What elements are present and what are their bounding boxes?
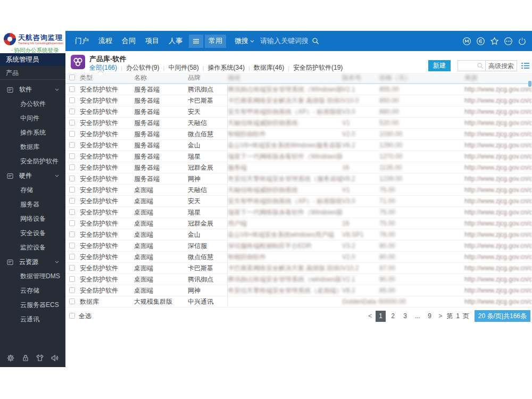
filter-tab-4[interactable]: 操作系统(34) (208, 63, 245, 72)
new-button[interactable]: 新建 (428, 60, 451, 71)
sidebar-item[interactable]: 数据管理DMS (0, 269, 65, 284)
nav-tab-common[interactable]: 常用 (205, 35, 226, 48)
theme-icon[interactable] (36, 354, 44, 362)
checkbox-icon[interactable] (69, 313, 75, 319)
nav-item-4[interactable]: 项目 (140, 31, 164, 51)
speaker-icon[interactable] (51, 354, 59, 362)
sidebar-item[interactable]: 办公软件 (0, 97, 65, 111)
lock-icon[interactable] (21, 354, 30, 362)
row-checkbox[interactable] (69, 254, 75, 260)
page-size-badge[interactable]: 20 条/页|共166条 (475, 310, 530, 322)
table-row[interactable]: 数据库大规模集群版中兴通讯GoldenData v...50000.00http… (65, 296, 532, 307)
current-role[interactable]: 系统管理员 (0, 53, 65, 66)
table-row[interactable]: 安全防护软件桌面端天融信天融信终端威胁防御系统V175.00http://www… (65, 185, 532, 196)
sidebar-item[interactable]: 数据库 (0, 140, 65, 154)
row-checkbox[interactable] (69, 109, 75, 114)
table-row[interactable]: 安全防护软件服务器端腾讯御点腾讯御点终端安全管理系统（Windows版）V2.1… (65, 84, 532, 95)
table-row[interactable]: 安全防护软件桌面端瑞星瑞星下一代网络版杀毒软件（Windows版）桌面端75.0… (65, 207, 532, 218)
sidebar-item[interactable]: 云存储 (0, 284, 65, 298)
table-row[interactable]: 安全防护软件服务器端安天安天智甲终端防御系统（XP）- 标准版组件V3.0880… (65, 106, 532, 118)
table-row[interactable]: 安全防护软件服务器端微点佰慧智能防御软件V2.01030.00http://ww… (65, 129, 532, 140)
filter-tab-3[interactable]: 中间件(58) (168, 63, 198, 72)
sidebar-group-2[interactable]: 硬件 (0, 169, 65, 183)
header-checkbox[interactable] (69, 74, 75, 80)
page-button-9[interactable]: 9 (425, 311, 435, 322)
advanced-search-button[interactable]: 高级搜索 (485, 60, 517, 71)
row-checkbox[interactable] (69, 176, 75, 181)
more-circle-icon[interactable] (504, 37, 513, 46)
sidebar-section-product[interactable]: 产品 (0, 66, 65, 80)
row-checkbox[interactable] (69, 276, 75, 282)
table-search-input[interactable] (461, 62, 477, 70)
table-row[interactable]: 安全防护软件桌面端微点佰慧智能防御软件V2.080.00http://www.z… (65, 252, 532, 263)
row-checkbox[interactable] (69, 164, 75, 170)
page-ellipsis[interactable]: ... (412, 311, 422, 322)
scrollbar-thumb[interactable] (528, 81, 531, 87)
row-checkbox[interactable] (69, 198, 75, 204)
table-row[interactable]: 安全防护软件桌面端金山金山V8+终端安全系统windows用户端V8.SP176… (65, 229, 532, 240)
page-button-3[interactable]: 3 (400, 311, 410, 322)
row-checkbox[interactable] (69, 120, 75, 126)
sidebar-item[interactable]: 存储 (0, 183, 65, 197)
page-button-1[interactable]: 1 (376, 311, 386, 322)
table-row[interactable]: 安全防护软件服务器端冠群金辰服务端161135.00http://www.zjc… (65, 162, 532, 173)
row-checkbox[interactable] (69, 86, 75, 92)
row-checkbox[interactable] (69, 243, 75, 248)
gear-icon[interactable] (6, 354, 15, 362)
table-row[interactable]: 安全防护软件服务器端金山金山V8+终端安全系统Windows服务器版V6.212… (65, 140, 532, 151)
sidebar-item[interactable]: 云服务器ECS (0, 298, 65, 312)
filter-tab-6[interactable]: 安全防护软件(19) (293, 63, 343, 72)
row-checkbox[interactable] (69, 265, 75, 271)
row-checkbox[interactable] (69, 287, 75, 293)
row-checkbox[interactable] (69, 298, 75, 304)
filter-tab-1[interactable]: 全部(166) (89, 63, 117, 72)
table-row[interactable]: 安全防护软件桌面端腾讯御点腾讯御点终端安全管理系统（windows版）V2.1V… (65, 274, 532, 285)
sidebar-item[interactable]: 监控设备 (0, 240, 65, 255)
sidebar-group-1[interactable]: 软件 (0, 82, 65, 97)
filter-tab-5[interactable]: 数据库(46) (254, 63, 284, 72)
row-checkbox[interactable] (69, 153, 75, 159)
sidebar-item[interactable]: 网络设备 (0, 212, 65, 226)
table-row[interactable]: 安全防护软件桌面端卡巴斯基卡巴斯基网络安全解决方案 高级版 防病毒授权（桌面）-… (65, 263, 532, 274)
table-row[interactable]: 安全防护软件桌面端网神奇安信天擎终端安全管理系统（桌面端）V8.285.00ht… (65, 285, 532, 296)
search-icon[interactable] (312, 37, 319, 45)
global-search-input[interactable]: 请输入关键词搜 (260, 36, 309, 46)
table-row[interactable]: 安全防护软件服务器端瑞星瑞星下一代网络版杀毒软件（Windows版）服务器端12… (65, 151, 532, 162)
message-circle-icon[interactable] (476, 37, 485, 46)
nav-item-2[interactable]: 流程 (94, 31, 117, 51)
nav-item-3[interactable]: 合同 (117, 31, 140, 51)
sidebar-item[interactable]: 服务器 (0, 197, 65, 212)
row-checkbox[interactable] (69, 131, 75, 137)
sidebar-item[interactable]: 中间件 (0, 111, 65, 126)
power-icon[interactable] (518, 37, 527, 46)
row-checkbox[interactable] (69, 187, 75, 193)
table-row[interactable]: 安全防护软件服务器端卡巴斯基卡巴斯基网络安全解决方案 高级版 防病毒授权（10-… (65, 95, 532, 106)
row-checkbox[interactable] (69, 220, 75, 226)
sidebar-item[interactable]: 操作系统 (0, 126, 65, 140)
table-row[interactable]: 安全防护软件服务器端天融信天融信终端威胁防御系统V1520.00http://w… (65, 118, 532, 129)
nav-menu-button[interactable] (189, 35, 203, 48)
sidebar-group-3[interactable]: 云资源 (0, 255, 65, 269)
next-page-button[interactable]: > (436, 311, 445, 322)
filter-tab-2[interactable]: 办公软件(9) (126, 63, 160, 72)
table-row[interactable]: 安全防护软件桌面端深信服深信服终端检测响应平台EDRV3.280.00http:… (65, 240, 532, 252)
row-checkbox[interactable] (69, 97, 75, 103)
select-all-checkbox[interactable]: 全选 (65, 312, 92, 321)
m-circle-icon[interactable] (462, 37, 471, 46)
table-row[interactable]: 安全防护软件桌面端安天安天智甲终端防御系统（XP）- 标准版组件V3.071.0… (65, 196, 532, 207)
table-row[interactable]: 安全防护软件服务器端网神奇安信天擎终端安全管理系统（服务器端）V8.21239.… (65, 173, 532, 185)
search-scope-dropdown[interactable]: 微搜 (235, 36, 254, 46)
sidebar-item[interactable]: 云通讯 (0, 312, 65, 327)
table-search-box[interactable] (458, 60, 485, 71)
nav-item-1[interactable]: 门户 (70, 31, 94, 51)
row-checkbox[interactable] (69, 231, 75, 237)
jump-page-input[interactable]: 1 (456, 312, 460, 320)
table-row[interactable]: 安全防护软件桌面端冠群金辰用户端1675.00http://www.zjcg.g… (65, 218, 532, 229)
sidebar-item[interactable]: 安全设备 (0, 226, 65, 240)
nav-item-5[interactable]: 人事 (164, 31, 187, 51)
list-view-icon[interactable] (521, 62, 529, 69)
row-checkbox[interactable] (69, 142, 75, 148)
star-icon[interactable] (490, 37, 499, 46)
row-checkbox[interactable] (69, 209, 75, 215)
page-button-2[interactable]: 2 (388, 311, 398, 322)
